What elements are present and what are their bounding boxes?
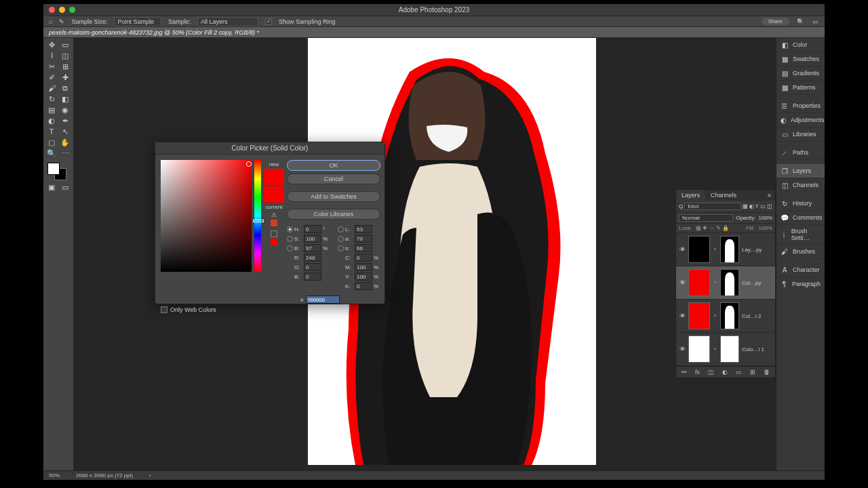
blend-mode-dropdown[interactable]: Normal <box>679 214 733 222</box>
workspace-menu-icon[interactable]: ▭ <box>811 18 819 26</box>
h-radio[interactable] <box>287 226 293 232</box>
layer-row[interactable]: 👁 ⚬ Colo…l 1 <box>676 333 775 366</box>
zoom-level[interactable]: 50% <box>49 472 60 479</box>
hue-slider[interactable] <box>254 160 261 272</box>
gamut-swatch[interactable] <box>271 220 277 226</box>
layer-mask-thumbnail[interactable] <box>720 302 739 329</box>
color-field-cursor[interactable] <box>246 161 252 167</box>
dock-adjustments[interactable]: ◐Adjustments <box>776 113 825 127</box>
layer-thumbnail[interactable] <box>688 236 710 263</box>
layer-style-icon[interactable]: fx <box>695 369 700 375</box>
foreground-color[interactable] <box>47 163 60 175</box>
layer-thumbnail[interactable] <box>688 269 710 296</box>
websafe-warning-icon[interactable] <box>271 230 277 237</box>
hand-tool-icon[interactable]: ✋ <box>58 137 72 148</box>
a-input[interactable] <box>355 235 372 243</box>
s-input[interactable] <box>304 235 321 243</box>
color-field[interactable] <box>161 160 252 272</box>
layer-name[interactable]: Col…l 2 <box>742 313 761 319</box>
dock-gradients[interactable]: ▤Gradients <box>776 66 825 81</box>
ok-button[interactable]: OK <box>287 160 380 171</box>
gamut-warning-icon[interactable]: ⚠ <box>270 211 278 218</box>
bb-input[interactable] <box>304 272 321 281</box>
canvas-area[interactable]: Color Picker (Solid Color) new current ⚠ <box>73 38 776 470</box>
type-tool-icon[interactable]: T <box>45 126 58 137</box>
c-input[interactable] <box>355 253 372 262</box>
show-sampling-ring-checkbox[interactable] <box>265 18 272 25</box>
cancel-button[interactable]: Cancel <box>287 174 380 184</box>
tab-channels[interactable]: Channels <box>705 190 742 201</box>
layer-mask-thumbnail[interactable] <box>720 236 739 263</box>
k-input[interactable] <box>355 282 372 290</box>
document-tab[interactable]: pexels-maksim-goncharenok-4823732.jpg @ … <box>43 27 825 38</box>
sample-dropdown[interactable]: All Layers <box>197 17 258 26</box>
brush-tool-icon[interactable]: 🖌 <box>45 83 58 94</box>
sample-size-dropdown[interactable]: Point Sample <box>114 17 161 26</box>
web-colors-checkbox[interactable] <box>161 306 167 313</box>
frame-tool-icon[interactable]: ⊞ <box>58 61 72 72</box>
quickmask-icon[interactable]: ▣ <box>45 182 58 192</box>
l-radio[interactable] <box>338 226 344 232</box>
eyedropper-tool-icon[interactable]: ✎ <box>59 18 64 25</box>
color-libraries-button[interactable]: Color Libraries <box>287 209 380 220</box>
layer-thumbnail[interactable] <box>688 302 710 329</box>
tab-layers[interactable]: Layers <box>676 190 705 201</box>
layer-mask-thumbnail[interactable] <box>720 269 739 296</box>
hex-input[interactable] <box>306 296 340 304</box>
visibility-toggle-icon[interactable]: 👁 <box>679 312 686 319</box>
more-tools-icon[interactable]: ⋯ <box>58 148 72 159</box>
new-layer-icon[interactable]: ⊞ <box>750 369 755 375</box>
dock-layers[interactable]: ❐Layers <box>776 164 825 178</box>
g-input[interactable] <box>304 263 321 271</box>
layer-row[interactable]: 👁 ⚬ Col…l 2 <box>676 300 775 333</box>
dock-paragraph[interactable]: ¶Paragraph <box>776 277 825 291</box>
healing-tool-icon[interactable]: ✚ <box>58 72 72 83</box>
layer-name[interactable]: Colo…l 1 <box>742 346 764 352</box>
path-tool-icon[interactable]: ↖ <box>58 126 72 137</box>
eraser-tool-icon[interactable]: ◧ <box>58 94 72 104</box>
dock-paths[interactable]: ⟋Paths <box>776 146 825 160</box>
adjustment-layer-icon[interactable]: ◐ <box>722 369 728 375</box>
s-radio[interactable] <box>287 236 293 242</box>
blur-tool-icon[interactable]: ◉ <box>58 104 72 115</box>
m-input[interactable] <box>355 263 372 271</box>
dock-swatches[interactable]: ▦Swatches <box>776 52 825 66</box>
home-icon[interactable]: ⌂ <box>49 18 52 25</box>
dock-history[interactable]: ↻History <box>776 197 825 211</box>
filter-icons[interactable]: ▦ ◐ T ▭ ◫ <box>743 203 773 209</box>
delete-layer-icon[interactable]: 🗑 <box>764 369 770 375</box>
layer-row[interactable]: 👁 ⚬ Lay…py <box>676 233 775 266</box>
add-to-swatches-button[interactable]: Add to Swatches <box>287 191 380 202</box>
visibility-toggle-icon[interactable]: 👁 <box>679 279 686 286</box>
hue-cursor[interactable] <box>253 220 264 222</box>
h-input[interactable] <box>304 225 321 233</box>
dock-color[interactable]: ◧Color <box>776 38 825 52</box>
bv-input[interactable] <box>304 244 321 252</box>
share-button[interactable]: Share <box>762 18 789 25</box>
dock-brushes[interactable]: 🖌Brushes <box>776 245 825 259</box>
a-radio[interactable] <box>338 236 344 242</box>
dock-patterns[interactable]: ▩Patterns <box>776 81 825 95</box>
status-chevron-icon[interactable]: › <box>149 472 151 479</box>
visibility-toggle-icon[interactable]: 👁 <box>679 346 686 352</box>
b-radio[interactable] <box>287 245 293 251</box>
layer-name[interactable]: Lay…py <box>742 247 762 253</box>
l-input[interactable] <box>355 225 372 233</box>
layer-name[interactable]: Col…py <box>742 280 761 286</box>
layer-mask-thumbnail[interactable] <box>720 336 739 363</box>
pen-tool-icon[interactable]: ✒ <box>58 115 72 126</box>
gradient-tool-icon[interactable]: ▤ <box>45 104 58 115</box>
selection-tool-icon[interactable]: ◫ <box>58 50 72 61</box>
b2-radio[interactable] <box>338 245 344 251</box>
foreground-background-colors[interactable] <box>45 161 72 182</box>
dock-character[interactable]: ACharacter <box>776 263 825 277</box>
dock-brush-settings[interactable]: ⟊Brush Setti… <box>776 225 825 245</box>
visibility-toggle-icon[interactable]: 👁 <box>679 246 686 253</box>
websafe-swatch[interactable] <box>271 239 277 245</box>
filter-kind-dropdown[interactable]: Kind <box>684 203 741 210</box>
screenmode-icon[interactable]: ▭ <box>58 182 72 192</box>
dock-properties[interactable]: ☰Properties <box>776 99 825 113</box>
group-icon[interactable]: ▭ <box>736 369 742 375</box>
layer-row[interactable]: 👁 ⚬ Col…py <box>676 266 775 300</box>
dock-comments[interactable]: 💬Comments <box>776 211 825 225</box>
